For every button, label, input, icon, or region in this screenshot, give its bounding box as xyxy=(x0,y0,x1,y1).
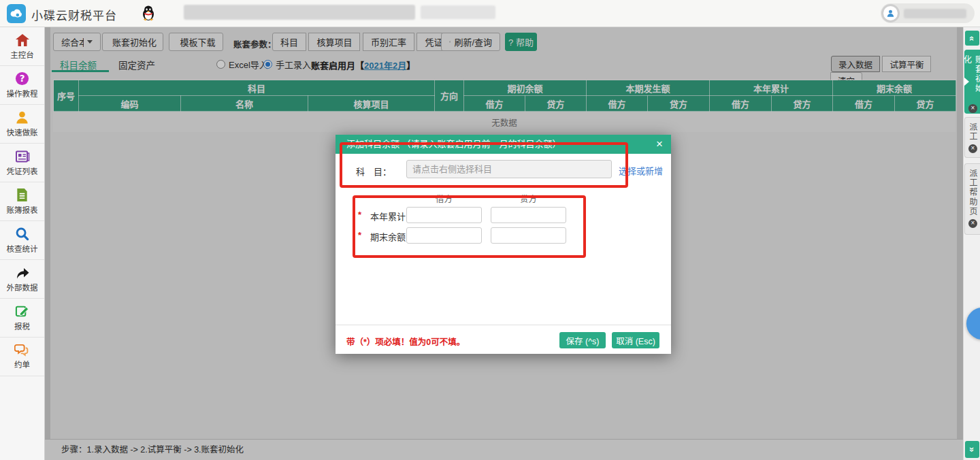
redacted-header-text xyxy=(184,5,415,20)
ending-credit-input[interactable] xyxy=(491,227,566,244)
home-icon xyxy=(15,33,30,47)
subject-label: 科 目： xyxy=(356,165,391,178)
required-mark: * xyxy=(358,210,361,220)
edit-icon xyxy=(15,304,29,318)
sidebar-item-dashboard[interactable]: 主控台 xyxy=(0,27,44,66)
sidebar-item-ledger-report[interactable]: 账簿报表 xyxy=(0,182,44,221)
required-mark: * xyxy=(358,230,361,240)
required-note: 带（*）项必填！值为0可不填。 xyxy=(346,335,465,348)
app-title: 小碟云财税平台 xyxy=(31,6,117,23)
rail-tab-dispatch[interactable]: 派工 × xyxy=(964,117,980,158)
avatar xyxy=(881,4,900,22)
chat-icon xyxy=(14,344,30,357)
ytd-debit-input[interactable] xyxy=(406,207,482,223)
app-logo-icon[interactable] xyxy=(7,4,26,23)
svg-text:?: ? xyxy=(20,73,25,84)
ending-debit-input[interactable] xyxy=(406,227,482,244)
ytd-credit-input[interactable] xyxy=(491,207,566,223)
qq-icon[interactable] xyxy=(142,5,155,21)
user-pill[interactable] xyxy=(881,3,975,23)
save-button[interactable]: 保存 (^s) xyxy=(559,332,606,348)
debit-column-header: 借方 xyxy=(406,192,482,205)
dialog-titlebar: 添加科目余额 （请录入账套启用月前一月的科目余额） × xyxy=(336,135,671,154)
search-icon xyxy=(15,227,29,241)
close-icon[interactable]: × xyxy=(968,144,977,153)
sidebar-item-audit-stats[interactable]: 核查统计 xyxy=(0,221,44,260)
redacted-header-text-2 xyxy=(421,5,495,19)
sidebar-item-tutorial[interactable]: ? 操作教程 xyxy=(0,66,44,105)
cancel-button[interactable]: 取消 (Esc) xyxy=(612,332,659,348)
user-icon xyxy=(15,110,29,125)
close-icon[interactable]: × xyxy=(656,135,663,154)
dialog-title: 添加科目余额 （请录入账套启用月前一月的科目余额） xyxy=(346,135,561,154)
sidebar-item-tax-filing[interactable]: 报税 xyxy=(0,299,44,338)
rail-tab-account-init[interactable]: 账套初始化 × xyxy=(964,50,980,114)
subject-input[interactable] xyxy=(406,160,612,178)
right-rail: « 账套初始化 × 派工 × 派工帮助页 × » xyxy=(963,27,980,460)
active-tab-notch xyxy=(964,78,969,86)
expand-down-button[interactable]: » xyxy=(965,441,979,458)
close-icon[interactable]: × xyxy=(968,219,977,228)
floating-contact-button[interactable] xyxy=(966,308,980,340)
share-arrow-icon xyxy=(15,266,30,280)
double-chevron-down-icon: » xyxy=(967,447,977,452)
sidebar-item-external-data[interactable]: 外部数据 xyxy=(0,260,44,299)
dialog-add-subject-balance: 添加科目余额 （请录入账套启用月前一月的科目余额） × 科 目： 选择或新增 借… xyxy=(336,135,671,354)
double-chevron-up-icon: « xyxy=(967,35,977,40)
sidebar-item-quick-accounting[interactable]: 快速做账 xyxy=(0,105,44,144)
app-header: 小碟云财税平台 xyxy=(0,0,980,27)
sidebar-item-voucher-list[interactable]: 凭证列表 xyxy=(0,144,44,182)
ytd-row-label: 本年累计 xyxy=(370,210,406,223)
rail-tab-dispatch-help[interactable]: 派工帮助页 × xyxy=(964,163,980,235)
ending-row-label: 期末余额 xyxy=(370,230,406,243)
footer-divider xyxy=(336,325,671,325)
left-sidebar: 主控台 ? 操作教程 快速做账 凭证列表 账簿报表 xyxy=(0,27,45,460)
report-icon xyxy=(16,188,29,202)
collapse-up-button[interactable]: « xyxy=(965,31,979,46)
close-icon[interactable]: × xyxy=(968,104,977,113)
credit-column-header: 贷方 xyxy=(491,192,566,205)
redacted-user-name xyxy=(904,9,966,18)
page: 小碟云财税平台 xyxy=(0,0,980,460)
sidebar-item-orders[interactable]: 约单 xyxy=(0,338,44,376)
list-icon xyxy=(15,150,30,163)
question-icon: ? xyxy=(15,71,29,86)
select-or-add-link[interactable]: 选择或新增 xyxy=(619,164,663,177)
